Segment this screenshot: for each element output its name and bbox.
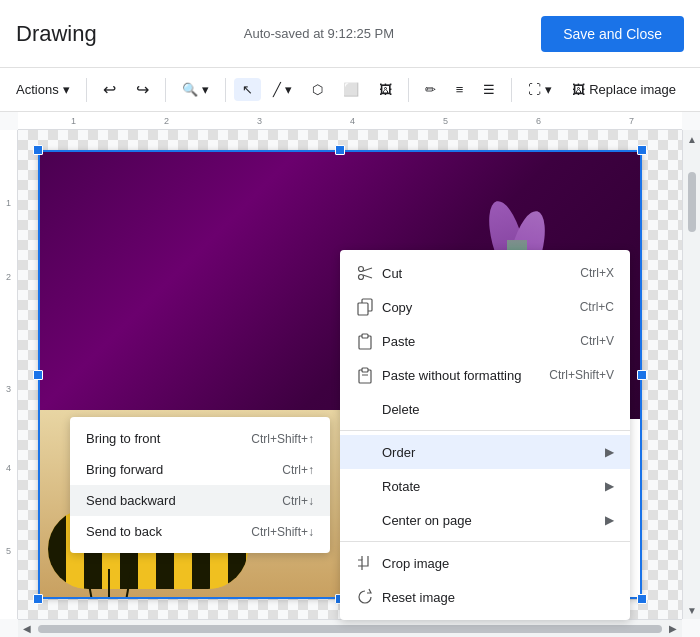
line-tool-button[interactable]: ╱ ▾: [265, 78, 300, 101]
line-arrow: ▾: [285, 82, 292, 97]
align-button[interactable]: ≡: [448, 78, 472, 101]
sel-handle-tr[interactable]: [637, 145, 647, 155]
scroll-thumb-v[interactable]: [688, 172, 696, 232]
bring-to-front-label: Bring to front: [86, 431, 160, 446]
ctx-copy-label: Copy: [382, 300, 412, 315]
ctx-paste-left: Paste: [356, 332, 415, 350]
crop-button[interactable]: ⛶ ▾: [520, 78, 560, 101]
ctx-order-label: Order: [382, 445, 415, 460]
ctx-sep-1: [340, 430, 630, 431]
header: Drawing Auto-saved at 9:12:25 PM Save an…: [0, 0, 700, 68]
context-menu: Cut Ctrl+X Copy Ctrl+C Paste: [340, 250, 630, 620]
replace-image-button[interactable]: 🖼 Replace image: [564, 78, 684, 101]
order-icon-spacer: [356, 443, 374, 461]
ctx-rotate-left: Rotate: [356, 477, 420, 495]
ctx-copy[interactable]: Copy Ctrl+C: [340, 290, 630, 324]
order-submenu: Bring to front Ctrl+Shift+↑ Bring forwar…: [70, 417, 330, 553]
toolbar: Actions ▾ ↩ ↪ 🔍 ▾ ↖ ╱ ▾ ⬡ ⬜ 🖼 ✏ ≡ ☰: [0, 68, 700, 112]
actions-label: Actions: [16, 82, 59, 97]
ctx-crop-label: Crop image: [382, 556, 449, 571]
ruler-vertical: 1 2 3 4 5: [0, 130, 18, 619]
ctx-cut[interactable]: Cut Ctrl+X: [340, 256, 630, 290]
bring-to-front-shortcut: Ctrl+Shift+↑: [251, 432, 314, 446]
crop-icon: ⛶: [528, 82, 541, 97]
ctx-paste-shortcut: Ctrl+V: [580, 334, 614, 348]
ctx-paste-nf-shortcut: Ctrl+Shift+V: [549, 368, 614, 382]
paint-icon: ✏: [425, 82, 436, 97]
svg-rect-7: [362, 334, 368, 338]
clipboard-icon: [356, 332, 374, 350]
paint-tool-button[interactable]: ✏: [417, 78, 444, 101]
crop-arrow: ▾: [545, 82, 552, 97]
scrollbar-horizontal[interactable]: ◀ ▶: [18, 619, 682, 637]
ctx-center-label: Center on page: [382, 513, 472, 528]
sel-handle-br[interactable]: [637, 594, 647, 604]
center-icon-spacer: [356, 511, 374, 529]
ctx-paste[interactable]: Paste Ctrl+V: [340, 324, 630, 358]
toolbar-separator-1: [86, 78, 87, 102]
scroll-left-arrow[interactable]: ◀: [18, 620, 36, 638]
undo-button[interactable]: ↩: [95, 76, 124, 103]
ctx-delete-left: Delete: [356, 400, 420, 418]
shape-tool-button[interactable]: ⬡: [304, 78, 331, 101]
autosave-status: Auto-saved at 9:12:25 PM: [244, 26, 394, 41]
zoom-button[interactable]: 🔍 ▾: [174, 78, 217, 101]
order-send-backward[interactable]: Send backward Ctrl+↓: [70, 485, 330, 516]
sel-handle-mr[interactable]: [637, 370, 647, 380]
order-bring-to-front[interactable]: Bring to front Ctrl+Shift+↑: [70, 423, 330, 454]
redo-button[interactable]: ↪: [128, 76, 157, 103]
scroll-down-arrow[interactable]: ▼: [683, 601, 700, 619]
textbox-tool-button[interactable]: ⬜: [335, 78, 367, 101]
ctx-reset[interactable]: Reset image: [340, 580, 630, 614]
select-tool-button[interactable]: ↖: [234, 78, 261, 101]
scroll-up-arrow[interactable]: ▲: [683, 130, 700, 148]
ctx-center[interactable]: Center on page ▶: [340, 503, 630, 537]
scroll-thumb-h[interactable]: [38, 625, 662, 633]
canvas-area: 1 2 3 4 5 6 7 1 2 3 4 5 ▲ ▼ ◀ ▶: [0, 112, 700, 637]
ctx-crop-left: Crop image: [356, 554, 449, 572]
order-bring-forward[interactable]: Bring forward Ctrl+↑: [70, 454, 330, 485]
ctx-delete-label: Delete: [382, 402, 420, 417]
image-tool-button[interactable]: 🖼: [371, 78, 400, 101]
ctx-reset-left: Reset image: [356, 588, 455, 606]
svg-point-0: [359, 267, 364, 272]
actions-menu[interactable]: Actions ▾: [8, 78, 78, 101]
actions-arrow: ▾: [63, 82, 70, 97]
ctx-order[interactable]: Order ▶: [340, 435, 630, 469]
send-to-back-label: Send to back: [86, 524, 162, 539]
sel-handle-bl[interactable]: [33, 594, 43, 604]
bring-forward-shortcut: Ctrl+↑: [282, 463, 314, 477]
align2-icon: ☰: [483, 82, 495, 97]
line-icon: ╱: [273, 82, 281, 97]
save-close-button[interactable]: Save and Close: [541, 16, 684, 52]
zoom-label: ▾: [202, 82, 209, 97]
sel-handle-ml[interactable]: [33, 370, 43, 380]
svg-line-2: [363, 268, 372, 271]
toolbar-separator-3: [225, 78, 226, 102]
sel-handle-tl[interactable]: [33, 145, 43, 155]
replace-icon: 🖼: [572, 82, 585, 97]
ctx-copy-shortcut: Ctrl+C: [580, 300, 614, 314]
ctx-paste-no-format[interactable]: Paste without formatting Ctrl+Shift+V: [340, 358, 630, 392]
ctx-copy-left: Copy: [356, 298, 412, 316]
ctx-delete[interactable]: Delete: [340, 392, 630, 426]
ctx-center-left: Center on page: [356, 511, 472, 529]
order-send-to-back[interactable]: Send to back Ctrl+Shift+↓: [70, 516, 330, 547]
svg-line-3: [363, 275, 372, 278]
sel-handle-tc[interactable]: [335, 145, 345, 155]
send-to-back-shortcut: Ctrl+Shift+↓: [251, 525, 314, 539]
ctx-rotate[interactable]: Rotate ▶: [340, 469, 630, 503]
align2-button[interactable]: ☰: [475, 78, 503, 101]
bring-forward-label: Bring forward: [86, 462, 163, 477]
scrollbar-vertical[interactable]: ▲ ▼: [682, 130, 700, 619]
scroll-right-arrow[interactable]: ▶: [664, 620, 682, 638]
delete-icon-spacer: [356, 400, 374, 418]
ruler-horizontal: 1 2 3 4 5 6 7: [18, 112, 682, 130]
center-submenu-arrow: ▶: [605, 513, 614, 527]
undo-icon: ↩: [103, 80, 116, 99]
ctx-cut-label: Cut: [382, 266, 402, 281]
ctx-crop[interactable]: Crop image: [340, 546, 630, 580]
reset-icon: [356, 588, 374, 606]
clipboard2-icon: [356, 366, 374, 384]
toolbar-separator-4: [408, 78, 409, 102]
